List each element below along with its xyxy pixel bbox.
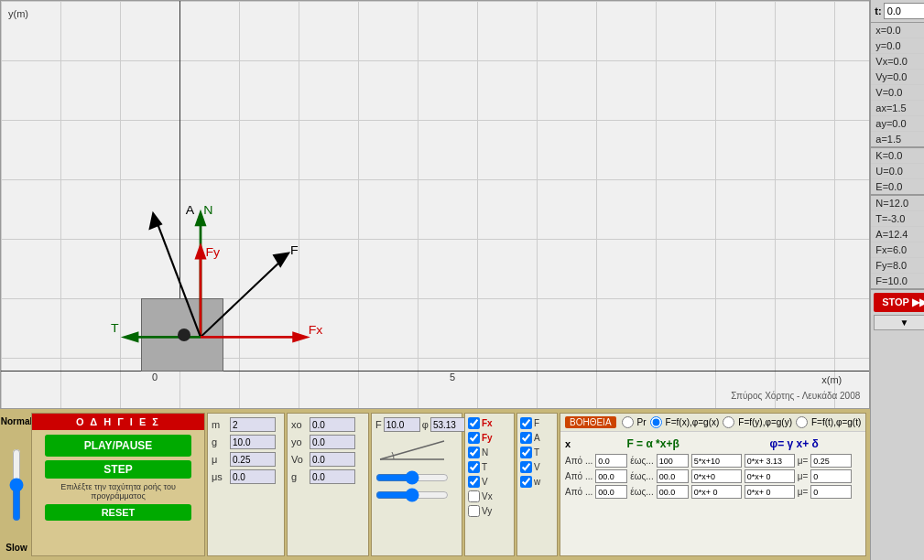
t-checkbox-row: T [468,461,511,473]
reset-button[interactable]: RESET [45,504,191,521]
g2-label: g [291,471,308,482]
instructions-title: Ο Δ Η Γ Ι Ε Σ [32,414,204,430]
stop-button[interactable]: STOP ▶▶ [874,293,924,312]
fn-f2-3[interactable] [745,485,795,499]
svg-marker-5 [148,211,162,231]
fn-f2-2[interactable] [745,469,795,483]
fn-to-val-3[interactable] [657,485,689,499]
param-mu-row: μ [212,452,280,467]
info-u: U=0.0 [871,164,924,179]
info-vy: Vy=0.0 [871,70,924,85]
fn-mu-val-1[interactable] [810,454,852,468]
radio-fxgx-label: F=f(x),φ=g(x) [666,417,720,427]
fx-checkbox[interactable] [468,417,480,429]
info-fy: Fy=8.0 [871,258,924,274]
svg-text:N: N [203,202,212,217]
vx-checkbox[interactable] [468,490,480,502]
info-f: F=10.0 [871,274,924,290]
fn-body: x F = α *x+β φ= γ x+ δ Από ... έως... μ= [560,432,865,502]
time-input[interactable] [884,3,924,19]
fy-checkbox[interactable] [468,432,480,444]
fn-formula-label: F = α *x+β [586,437,720,450]
fn-from-val-3[interactable] [595,485,627,499]
fn-from-val-1[interactable] [595,454,627,468]
yo-row: yo [291,435,364,449]
time-label: t: [875,5,881,16]
fn-to-val-2[interactable] [657,469,689,483]
attribution: Σπύρος Χόρτης - Λευκάδα 2008 [731,391,860,401]
vo-label: Vo [291,454,308,465]
yo-input[interactable] [310,435,355,449]
info-y: y=0.0 [871,38,924,54]
fn-mu-label-2: μ= [798,471,809,481]
w-checkbox-label: w [534,477,540,487]
vo-input[interactable] [310,452,355,467]
param-mus-row: μs [212,469,280,484]
help-button[interactable]: ΒΟΗΘΕΙΑ [565,416,616,428]
fn-header: ΒΟΗΘΕΙΑ Pr F=f(x),φ=g(x) F=f(y),φ=g(y) F… [560,414,865,432]
fn-row-2: Από ... έως... μ= [565,469,861,483]
force-magnitude-slider[interactable] [375,470,449,485]
phi-input[interactable] [430,417,467,432]
mus-input[interactable] [230,469,276,484]
radio-fygy[interactable] [723,416,734,428]
svg-line-4 [156,219,201,337]
v-checkbox[interactable] [468,476,480,488]
fy-checkbox-label: Fy [482,433,493,443]
fn-from-2: Από ... [565,471,592,481]
parameters-section: m g μ μs [207,413,285,556]
g-input[interactable] [230,435,276,449]
fn-f1-1[interactable] [691,454,742,468]
g-label: g [212,436,228,447]
center-dot [178,328,190,341]
a-checkbox-row: A [520,432,554,444]
vy-checkbox[interactable] [468,505,480,517]
force-angle-slider[interactable] [375,488,449,502]
speed-slider[interactable] [7,448,26,522]
info-k: K=0.0 [871,148,924,164]
fn-mu-val-2[interactable] [810,469,852,483]
radio-fxgx[interactable] [650,416,662,428]
play-pause-button[interactable]: PLAY/PAUSE [45,435,191,457]
time-row: t: [871,0,924,23]
t2-checkbox[interactable] [520,447,532,458]
n-checkbox[interactable] [468,447,480,458]
phi-label: φ [422,419,429,430]
g2-input[interactable] [310,469,355,484]
vx-checkbox-label: Vx [482,491,493,501]
dropdown-arrow[interactable]: ▼ [874,315,924,330]
f-input[interactable] [384,417,420,432]
fn-to-val-1[interactable] [657,454,689,468]
m-input[interactable] [230,417,276,432]
f-checkbox[interactable] [520,417,532,429]
a-checkbox-label: A [534,433,540,443]
radio-ftgt[interactable] [796,416,808,428]
fn-from-val-2[interactable] [595,469,627,483]
vectors-overlay: A N F T Fy Fx [1,1,869,408]
w-checkbox[interactable] [520,476,532,488]
fn-f1-2[interactable] [691,469,742,483]
fn-title-row: x F = α *x+β φ= γ x+ δ [565,436,861,452]
info-vx: Vx=0.0 [871,54,924,70]
m-label: m [212,419,228,430]
fx-checkbox-label: Fx [482,418,493,428]
fn-mu-val-3[interactable] [810,485,852,499]
radio-pr[interactable] [622,416,634,428]
fn-f1-3[interactable] [691,485,742,499]
svg-line-6 [201,256,286,337]
xo-input[interactable] [310,417,355,432]
fn-f2-1[interactable] [745,454,795,468]
param-g-row: g [212,435,280,449]
mu-input[interactable] [230,452,276,467]
info-fx: Fx=6.0 [871,242,924,258]
step-button[interactable]: STEP [45,460,191,479]
speed-slow-label: Slow [5,543,27,553]
info-ax: ax=1.5 [871,101,924,116]
info-x: x=0.0 [871,23,924,38]
xo-row: xo [291,417,364,432]
mus-label: μs [212,471,228,482]
info-ay: ay=0.0 [871,116,924,132]
t-checkbox[interactable] [468,461,480,473]
a-checkbox[interactable] [520,432,532,444]
v2-checkbox[interactable] [520,461,532,473]
